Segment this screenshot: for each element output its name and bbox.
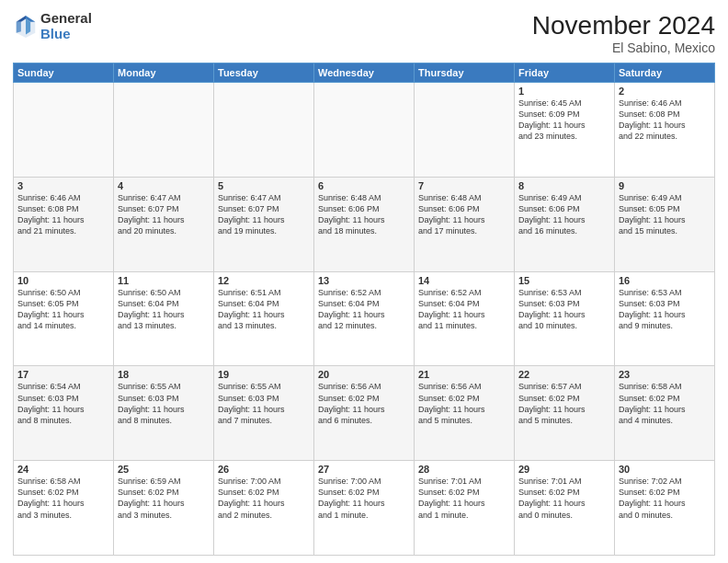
calendar-header-row: Sunday Monday Tuesday Wednesday Thursday… <box>14 63 715 83</box>
day-number: 15 <box>518 275 610 286</box>
logo: General Blue <box>13 11 92 41</box>
day-info: Sunrise: 6:53 AMSunset: 6:03 PMDaylight:… <box>619 287 711 332</box>
day-info: Sunrise: 6:56 AMSunset: 6:02 PMDaylight:… <box>318 381 410 426</box>
calendar-week-row: 10Sunrise: 6:50 AMSunset: 6:05 PMDayligh… <box>14 271 715 366</box>
logo-text: General Blue <box>40 11 92 41</box>
table-row: 28Sunrise: 7:01 AMSunset: 6:02 PMDayligh… <box>415 461 515 556</box>
location: El Sabino, Mexico <box>532 40 715 55</box>
day-info: Sunrise: 7:00 AMSunset: 6:02 PMDaylight:… <box>318 476 410 521</box>
day-number: 1 <box>518 86 610 97</box>
table-row: 3Sunrise: 6:46 AMSunset: 6:08 PMDaylight… <box>14 177 114 271</box>
calendar-week-row: 3Sunrise: 6:46 AMSunset: 6:08 PMDaylight… <box>14 177 715 271</box>
table-row: 9Sunrise: 6:49 AMSunset: 6:05 PMDaylight… <box>615 177 715 271</box>
table-row: 11Sunrise: 6:50 AMSunset: 6:04 PMDayligh… <box>114 271 214 366</box>
svg-marker-4 <box>17 21 21 32</box>
table-row: 27Sunrise: 7:00 AMSunset: 6:02 PMDayligh… <box>314 461 415 556</box>
table-row: 5Sunrise: 6:47 AMSunset: 6:07 PMDaylight… <box>214 177 314 271</box>
day-info: Sunrise: 6:53 AMSunset: 6:03 PMDaylight:… <box>518 287 610 332</box>
day-info: Sunrise: 6:49 AMSunset: 6:06 PMDaylight:… <box>518 192 610 237</box>
day-info: Sunrise: 6:56 AMSunset: 6:02 PMDaylight:… <box>418 381 510 426</box>
col-wednesday: Wednesday <box>314 63 415 83</box>
day-info: Sunrise: 6:52 AMSunset: 6:04 PMDaylight:… <box>318 287 410 332</box>
table-row: 6Sunrise: 6:48 AMSunset: 6:06 PMDaylight… <box>314 177 415 271</box>
table-row: 30Sunrise: 7:02 AMSunset: 6:02 PMDayligh… <box>615 461 715 556</box>
table-row: 12Sunrise: 6:51 AMSunset: 6:04 PMDayligh… <box>214 271 314 366</box>
table-row: 24Sunrise: 6:58 AMSunset: 6:02 PMDayligh… <box>14 461 114 556</box>
day-number: 19 <box>218 369 310 380</box>
day-info: Sunrise: 6:47 AMSunset: 6:07 PMDaylight:… <box>218 192 310 237</box>
day-number: 24 <box>17 464 109 475</box>
col-sunday: Sunday <box>14 63 114 83</box>
day-info: Sunrise: 6:55 AMSunset: 6:03 PMDaylight:… <box>218 381 310 426</box>
day-number: 23 <box>619 369 711 380</box>
day-number: 3 <box>17 180 109 191</box>
day-number: 21 <box>418 369 510 380</box>
day-number: 22 <box>518 369 610 380</box>
day-info: Sunrise: 6:59 AMSunset: 6:02 PMDaylight:… <box>118 476 210 521</box>
col-tuesday: Tuesday <box>214 63 314 83</box>
day-info: Sunrise: 6:49 AMSunset: 6:05 PMDaylight:… <box>619 192 711 237</box>
day-info: Sunrise: 6:46 AMSunset: 6:08 PMDaylight:… <box>619 98 711 143</box>
col-monday: Monday <box>114 63 214 83</box>
table-row: 16Sunrise: 6:53 AMSunset: 6:03 PMDayligh… <box>615 271 715 366</box>
day-info: Sunrise: 6:54 AMSunset: 6:03 PMDaylight:… <box>17 381 109 426</box>
day-number: 2 <box>619 86 711 97</box>
table-row <box>415 83 515 178</box>
header: General Blue November 2024 El Sabino, Me… <box>13 11 715 55</box>
day-number: 14 <box>418 275 510 286</box>
day-number: 5 <box>218 180 310 191</box>
day-info: Sunrise: 6:58 AMSunset: 6:02 PMDaylight:… <box>619 381 711 426</box>
table-row: 22Sunrise: 6:57 AMSunset: 6:02 PMDayligh… <box>515 366 615 461</box>
day-info: Sunrise: 6:48 AMSunset: 6:06 PMDaylight:… <box>418 192 510 237</box>
day-number: 7 <box>418 180 510 191</box>
table-row: 19Sunrise: 6:55 AMSunset: 6:03 PMDayligh… <box>214 366 314 461</box>
calendar-week-row: 17Sunrise: 6:54 AMSunset: 6:03 PMDayligh… <box>14 366 715 461</box>
calendar-table: Sunday Monday Tuesday Wednesday Thursday… <box>13 63 715 556</box>
day-number: 6 <box>318 180 410 191</box>
day-info: Sunrise: 6:50 AMSunset: 6:04 PMDaylight:… <box>118 287 210 332</box>
table-row: 23Sunrise: 6:58 AMSunset: 6:02 PMDayligh… <box>615 366 715 461</box>
table-row: 17Sunrise: 6:54 AMSunset: 6:03 PMDayligh… <box>14 366 114 461</box>
table-row: 21Sunrise: 6:56 AMSunset: 6:02 PMDayligh… <box>415 366 515 461</box>
table-row: 18Sunrise: 6:55 AMSunset: 6:03 PMDayligh… <box>114 366 214 461</box>
day-info: Sunrise: 6:46 AMSunset: 6:08 PMDaylight:… <box>17 192 109 237</box>
day-number: 16 <box>619 275 711 286</box>
day-info: Sunrise: 6:52 AMSunset: 6:04 PMDaylight:… <box>418 287 510 332</box>
table-row: 15Sunrise: 6:53 AMSunset: 6:03 PMDayligh… <box>515 271 615 366</box>
day-info: Sunrise: 6:47 AMSunset: 6:07 PMDaylight:… <box>118 192 210 237</box>
day-number: 17 <box>17 369 109 380</box>
table-row: 10Sunrise: 6:50 AMSunset: 6:05 PMDayligh… <box>14 271 114 366</box>
day-info: Sunrise: 6:57 AMSunset: 6:02 PMDaylight:… <box>518 381 610 426</box>
month-title: November 2024 <box>532 11 715 40</box>
day-number: 20 <box>318 369 410 380</box>
day-info: Sunrise: 6:48 AMSunset: 6:06 PMDaylight:… <box>318 192 410 237</box>
day-number: 30 <box>619 464 711 475</box>
day-number: 18 <box>118 369 210 380</box>
day-number: 11 <box>118 275 210 286</box>
day-number: 25 <box>118 464 210 475</box>
day-info: Sunrise: 6:58 AMSunset: 6:02 PMDaylight:… <box>17 476 109 521</box>
col-friday: Friday <box>515 63 615 83</box>
day-number: 9 <box>619 180 711 191</box>
logo-icon <box>15 14 37 40</box>
day-number: 29 <box>518 464 610 475</box>
day-info: Sunrise: 7:00 AMSunset: 6:02 PMDaylight:… <box>218 476 310 521</box>
table-row: 20Sunrise: 6:56 AMSunset: 6:02 PMDayligh… <box>314 366 415 461</box>
day-info: Sunrise: 6:50 AMSunset: 6:05 PMDaylight:… <box>17 287 109 332</box>
table-row: 8Sunrise: 6:49 AMSunset: 6:06 PMDaylight… <box>515 177 615 271</box>
day-number: 28 <box>418 464 510 475</box>
table-row: 13Sunrise: 6:52 AMSunset: 6:04 PMDayligh… <box>314 271 415 366</box>
table-row <box>14 83 114 178</box>
table-row: 1Sunrise: 6:45 AMSunset: 6:09 PMDaylight… <box>515 83 615 178</box>
title-block: November 2024 El Sabino, Mexico <box>532 11 715 55</box>
table-row <box>214 83 314 178</box>
table-row: 2Sunrise: 6:46 AMSunset: 6:08 PMDaylight… <box>615 83 715 178</box>
day-number: 8 <box>518 180 610 191</box>
table-row: 29Sunrise: 7:01 AMSunset: 6:02 PMDayligh… <box>515 461 615 556</box>
day-number: 27 <box>318 464 410 475</box>
day-number: 10 <box>17 275 109 286</box>
day-info: Sunrise: 6:45 AMSunset: 6:09 PMDaylight:… <box>518 98 610 143</box>
table-row: 14Sunrise: 6:52 AMSunset: 6:04 PMDayligh… <box>415 271 515 366</box>
day-info: Sunrise: 6:55 AMSunset: 6:03 PMDaylight:… <box>118 381 210 426</box>
calendar-week-row: 1Sunrise: 6:45 AMSunset: 6:09 PMDaylight… <box>14 83 715 178</box>
